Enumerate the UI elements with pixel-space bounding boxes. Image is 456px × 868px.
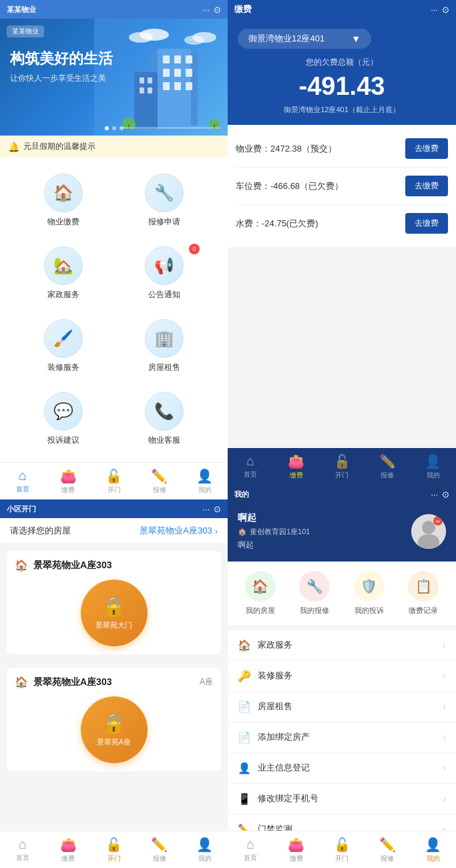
od-nav-my[interactable]: 👤 我的 (182, 837, 228, 863)
my-quick-repair[interactable]: 🔧 我的报修 (299, 571, 330, 616)
lock-label-2: 景翠苑A座 (97, 737, 131, 747)
my-nav-label: 我的 (198, 485, 212, 495)
my-menu-change-phone[interactable]: 📱 修改绑定手机号 › (228, 784, 456, 815)
fee-nav-opendoor[interactable]: 🔓 开门 (319, 453, 365, 480)
my-avatar[interactable]: ✏ (411, 514, 446, 549)
fee-nav-home[interactable]: ⌂ 首页 (228, 453, 273, 479)
left-menu-dots[interactable]: ··· (202, 5, 210, 15)
my-menu-decoration-arrow: › (443, 670, 446, 681)
svg-rect-10 (174, 69, 181, 77)
my-nav-opendoor[interactable]: 🔓 开门 (319, 837, 365, 863)
my-nav-repair[interactable]: ✏️ 报修 (365, 837, 410, 863)
fee-item-property-label: 物业费：2472.38（预交） (236, 143, 336, 155)
fee-nav-fee-label: 缴费 (290, 471, 303, 480)
repair-nav-label: 报修 (153, 485, 166, 495)
open-door-camera-icon[interactable]: ⊙ (214, 504, 221, 514)
select-room-bar[interactable]: 请选择您的房屋 景翠苑物业A座303 › (0, 518, 228, 544)
od-my-label: 我的 (198, 854, 212, 863)
door-lock-btn-2[interactable]: 🔒 景翠苑A座 (81, 696, 148, 763)
my-menu-add-property[interactable]: 📄 添加绑定房产 › (228, 722, 456, 753)
complaint-label: 投诉建议 (47, 435, 79, 446)
grid-item-property-fee[interactable]: 🏠 物业缴费 (13, 164, 114, 237)
my-menu-decoration[interactable]: 🔑 装修服务 › (228, 661, 456, 692)
fee-item-property: 物业费：2472.38（预交） 去缴费 (236, 130, 448, 168)
my-menu-house-rent-left: 📄 房屋租售 (238, 700, 292, 713)
nav-item-home[interactable]: ⌂ 首页 (0, 468, 45, 494)
grid-item-repair[interactable]: 🔧 报修申请 (114, 164, 215, 237)
hero-dot-2[interactable] (112, 126, 116, 130)
od-nav-opendoor[interactable]: 🔓 开门 (91, 837, 136, 863)
repair-icon: 🔧 (145, 174, 184, 212)
my-nav-fee[interactable]: 👛 缴费 (273, 837, 318, 863)
fee-nav-fee[interactable]: 👛 缴费 (273, 453, 318, 480)
grid-item-home-service[interactable]: 🏡 家政服务 (13, 237, 114, 310)
notification-bar[interactable]: 🔔 元旦假期的温馨提示 (0, 136, 228, 158)
fee-pay-btn-property[interactable]: 去缴费 (405, 138, 448, 159)
my-quick-fee-record[interactable]: 📋 缴费记录 (408, 571, 439, 616)
grid-item-notice[interactable]: 📢 0 公告通知 (114, 237, 215, 310)
hero-dot-1[interactable] (105, 126, 109, 130)
hero-dot-3[interactable] (120, 126, 124, 130)
door-property-2: 🏠 景翠苑物业A座303 A座 🔒 景翠苑A座 (7, 668, 221, 771)
svg-point-3 (192, 32, 216, 43)
decoration-icon: 🖌️ (44, 319, 83, 358)
fee-header-controls: ··· ⊙ (431, 5, 449, 15)
my-quick-house[interactable]: 🏠 我的房屋 (245, 571, 276, 616)
nav-item-my[interactable]: 👤 我的 (182, 468, 228, 495)
open-door-menu-dots[interactable]: ··· (202, 504, 210, 514)
fee-nav-icon: 👛 (60, 468, 77, 484)
svg-point-26 (422, 521, 435, 534)
my-menu-decoration-icon: 🔑 (238, 670, 251, 682)
my-quick-house-label: 我的房屋 (246, 606, 275, 616)
my-menu-list: 🏠 家政服务 › 🔑 装修服务 › 📄 房屋租售 › 📄 添加绑定房产 › (228, 630, 456, 831)
grid-item-customer-service[interactable]: 📞 物业客服 (114, 383, 215, 455)
my-menu-door-monitor-left: ✏️ 门禁监测 (238, 823, 292, 831)
my-camera-icon[interactable]: ⊙ (442, 489, 449, 499)
left-camera-icon[interactable]: ⊙ (214, 5, 221, 15)
fee-pay-btn-water[interactable]: 去缴费 (405, 213, 448, 234)
my-quick-complaint[interactable]: 🛡️ 我的投诉 (354, 571, 385, 616)
od-nav-home[interactable]: ⌂ 首页 (0, 837, 45, 863)
fee-nav-repair[interactable]: ✏️ 报修 (365, 453, 410, 480)
open-door-header-title: 小区开门 (7, 504, 36, 514)
fee-select-dropdown[interactable]: 御景湾物业12座401 ▼ (238, 29, 371, 49)
nav-item-repair[interactable]: ✏️ 报修 (137, 468, 182, 495)
grid-item-complaint[interactable]: 💬 投诉建议 (13, 383, 114, 455)
fee-menu-dots[interactable]: ··· (431, 5, 438, 15)
my-nav-home[interactable]: ⌂ 首页 (228, 837, 273, 863)
fee-nav-my[interactable]: 👤 我的 (411, 453, 456, 480)
hero-building-illustration (121, 25, 221, 129)
fee-nav-repair-label: 报修 (381, 471, 394, 480)
open-door-section: 请选择您的房屋 景翠苑物业A座303 › 🏠 景翠苑物业A座303 🔒 景翠苑大… (0, 518, 228, 831)
svg-rect-11 (186, 69, 192, 77)
grid-item-house-sale[interactable]: 🏢 房屋租售 (114, 310, 215, 383)
customer-service-label: 物业客服 (148, 435, 180, 446)
door-lock-btn-1[interactable]: 🔒 景翠苑大门 (81, 580, 148, 646)
my-menu-door-monitor[interactable]: ✏️ 门禁监测 › (228, 815, 456, 831)
my-menu-home-service-arrow: › (443, 640, 446, 650)
od-repair-icon: ✏️ (151, 837, 168, 853)
od-repair-label: 报修 (153, 854, 166, 863)
my-menu-dots[interactable]: ··· (431, 489, 438, 499)
fee-pay-btn-parking[interactable]: 去缴费 (405, 176, 448, 196)
hero-banner: 某某物业 构筑美好的生活 让你快人一步享受生活之美 (0, 19, 228, 136)
my-menu-owner-register[interactable]: 👤 业主信息登记 › (228, 753, 456, 784)
fee-nav-opendoor-label: 开门 (335, 471, 349, 480)
my-nav-repair-label: 报修 (381, 854, 394, 863)
my-nav-my[interactable]: 👤 我的 (411, 837, 456, 863)
od-nav-repair[interactable]: ✏️ 报修 (137, 837, 182, 863)
od-nav-fee[interactable]: 👛 缴费 (45, 837, 91, 863)
my-menu-home-service[interactable]: 🏠 家政服务 › (228, 630, 456, 661)
my-quick-repair-label: 我的报修 (300, 606, 329, 616)
fee-select-arrow-icon: ▼ (351, 33, 361, 44)
grid-item-decoration[interactable]: 🖌️ 装修服务 (13, 310, 114, 383)
property-fee-label: 物业缴费 (47, 216, 79, 228)
nav-item-fee[interactable]: 👛 缴费 (45, 468, 91, 495)
svg-rect-17 (148, 77, 152, 83)
fee-nav-opendoor-icon: 🔓 (334, 453, 351, 469)
nav-item-open-door[interactable]: 🔓 开门 (91, 468, 136, 495)
fee-camera-icon[interactable]: ⊙ (442, 5, 449, 15)
my-menu-house-rent[interactable]: 📄 房屋租售 › (228, 692, 456, 722)
od-opendoor-label: 开门 (107, 854, 121, 863)
select-room-value: 景翠苑物业A座303 › (140, 525, 218, 537)
